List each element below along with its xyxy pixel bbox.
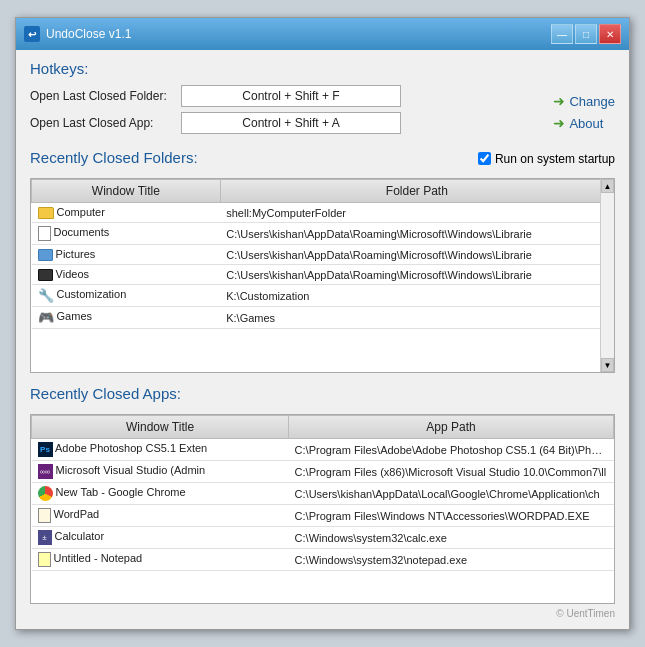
vs-icon: ∞∞ [38,464,53,479]
apps-title: Recently Closed Apps: [30,385,181,402]
gamepad-icon: 🎮 [38,310,54,325]
hotkey-app-input[interactable] [181,112,401,134]
scrollbar-down-btn[interactable]: ▼ [601,358,614,372]
table-row[interactable]: WordPad C:\Program Files\Windows NT\Acce… [32,505,614,527]
startup-checkbox-row: Run on system startup [478,152,615,166]
hotkey-folder-input[interactable] [181,85,401,107]
folder-path-cell: K:\Customization [220,285,613,307]
apps-table-container: Window Title App Path Ps Adobe Photoshop… [30,414,615,604]
folder-path-cell: K:\Games [220,307,613,329]
minimize-button[interactable]: — [551,24,573,44]
app-title-cell: ∞∞ Microsoft Visual Studio (Admin [32,461,289,483]
hotkeys-inputs: Open Last Closed Folder: Open Last Close… [30,85,553,139]
hotkey-folder-label: Open Last Closed Folder: [30,89,175,103]
wrench-icon: 🔧 [38,288,54,303]
table-row[interactable]: Videos C:\Users\kishan\AppData\Roaming\M… [32,265,614,285]
pictures-icon [38,249,53,261]
table-row[interactable]: ± Calculator C:\Windows\system32\calc.ex… [32,527,614,549]
folders-col-path: Folder Path [220,180,613,203]
app-title-cell: Ps Adobe Photoshop CS5.1 Exten [32,439,289,461]
table-row[interactable]: Untitled - Notepad C:\Windows\system32\n… [32,549,614,571]
app-path-cell: C:\Program Files\Windows NT\Accessories\… [289,505,614,527]
folders-table: Window Title Folder Path Computer shell:… [31,179,614,329]
folders-header: Recently Closed Folders: Run on system s… [30,149,615,174]
window-title: UndoClose v1.1 [46,27,131,41]
apps-col-path: App Path [289,416,614,439]
folder-title-cell: Pictures [32,245,221,265]
folders-table-container: Window Title Folder Path Computer shell:… [30,178,615,373]
about-button[interactable]: ➜ About [553,115,615,131]
apps-header-row: Window Title App Path [32,416,614,439]
table-row[interactable]: New Tab - Google Chrome C:\Users\kishan\… [32,483,614,505]
folder-title-cell: 🎮 Games [32,307,221,329]
table-row[interactable]: 🎮 Games K:\Games [32,307,614,329]
titlebar: ↩ UndoClose v1.1 — □ ✕ [16,18,629,50]
videos-icon [38,269,53,281]
table-row[interactable]: Documents C:\Users\kishan\AppData\Roamin… [32,223,614,245]
folders-section: Recently Closed Folders: Run on system s… [30,149,615,373]
folders-scrollbar[interactable]: ▲ ▼ [600,179,614,372]
folders-col-title: Window Title [32,180,221,203]
app-title-cell: New Tab - Google Chrome [32,483,289,505]
change-arrow-icon: ➜ [553,93,565,109]
hotkey-app-label: Open Last Closed App: [30,116,175,130]
folder-path-cell: C:\Users\kishan\AppData\Roaming\Microsof… [220,245,613,265]
content-area: Hotkeys: Open Last Closed Folder: Open L… [16,50,629,629]
table-row[interactable]: ∞∞ Microsoft Visual Studio (Admin C:\Pro… [32,461,614,483]
folder-icon [38,207,54,219]
titlebar-controls: — □ ✕ [551,24,621,44]
app-title-cell: Untitled - Notepad [32,549,289,571]
about-label: About [569,116,603,131]
notepad-icon [38,552,51,567]
change-button[interactable]: ➜ Change [553,93,615,109]
watermark: © UentTimen [556,608,615,619]
folders-header-row: Window Title Folder Path [32,180,614,203]
app-path-cell: C:\Windows\system32\calc.exe [289,527,614,549]
apps-section: Recently Closed Apps: Window Title App P… [30,385,615,604]
app-title-cell: ± Calculator [32,527,289,549]
table-row[interactable]: 🔧 Customization K:\Customization [32,285,614,307]
restore-button[interactable]: □ [575,24,597,44]
calc-icon: ± [38,530,52,545]
hotkey-row-folder: Open Last Closed Folder: [30,85,553,107]
chrome-icon [38,486,53,501]
hotkeys-section: Hotkeys: Open Last Closed Folder: Open L… [30,60,615,139]
titlebar-left: ↩ UndoClose v1.1 [24,26,131,42]
about-arrow-icon: ➜ [553,115,565,131]
folder-title-cell: Documents [32,223,221,245]
folder-path-cell: C:\Users\kishan\AppData\Roaming\Microsof… [220,223,613,245]
photoshop-icon: Ps [38,442,53,457]
app-title-cell: WordPad [32,505,289,527]
hotkey-row-app: Open Last Closed App: [30,112,553,134]
app-path-cell: C:\Windows\system32\notepad.exe [289,549,614,571]
app-path-cell: C:\Program Files (x86)\Microsoft Visual … [289,461,614,483]
change-label: Change [569,94,615,109]
wordpad-icon [38,508,51,523]
table-row[interactable]: Computer shell:MyComputerFolder [32,203,614,223]
folders-title: Recently Closed Folders: [30,149,198,166]
folder-title-cell: Computer [32,203,221,223]
folder-title-cell: Videos [32,265,221,285]
hotkeys-actions: ➜ Change ➜ About [553,93,615,131]
app-path-cell: C:\Program Files\Adobe\Adobe Photoshop C… [289,439,614,461]
scrollbar-track [601,193,614,358]
apps-header: Recently Closed Apps: [30,385,615,410]
doc-icon [38,226,51,241]
folder-title-cell: 🔧 Customization [32,285,221,307]
close-button[interactable]: ✕ [599,24,621,44]
main-window: ↩ UndoClose v1.1 — □ ✕ Hotkeys: Open Las… [15,17,630,630]
scrollbar-up-btn[interactable]: ▲ [601,179,614,193]
app-path-cell: C:\Users\kishan\AppData\Local\Google\Chr… [289,483,614,505]
startup-checkbox[interactable] [478,152,491,165]
table-row[interactable]: Pictures C:\Users\kishan\AppData\Roaming… [32,245,614,265]
folder-path-cell: shell:MyComputerFolder [220,203,613,223]
table-row[interactable]: Ps Adobe Photoshop CS5.1 Exten C:\Progra… [32,439,614,461]
startup-label: Run on system startup [495,152,615,166]
app-icon: ↩ [24,26,40,42]
apps-table: Window Title App Path Ps Adobe Photoshop… [31,415,614,571]
hotkeys-title: Hotkeys: [30,60,615,77]
apps-col-title: Window Title [32,416,289,439]
folder-path-cell: C:\Users\kishan\AppData\Roaming\Microsof… [220,265,613,285]
